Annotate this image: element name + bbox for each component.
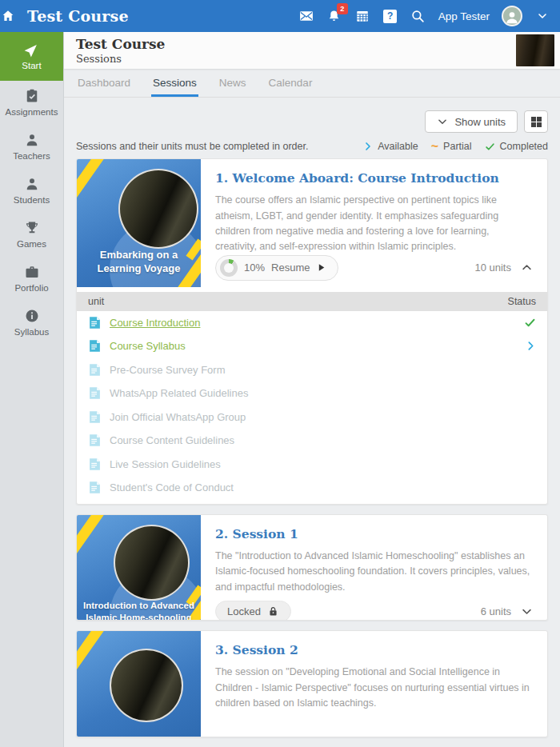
unit-link[interactable]: Course Introduction bbox=[110, 317, 200, 329]
available-chevron-icon bbox=[363, 142, 373, 151]
grid-view-button[interactable] bbox=[524, 110, 548, 133]
session-1-artwork: Embarking on a Learning Voyage bbox=[77, 159, 201, 287]
sidebar-item-teachers[interactable]: Teachers bbox=[0, 125, 63, 169]
document-icon bbox=[88, 339, 102, 353]
avatar[interactable] bbox=[502, 6, 522, 26]
photo-circle bbox=[110, 649, 183, 722]
artwork-caption: Introduction to Advanced Islamic Home-sc… bbox=[80, 600, 198, 621]
legend-completed-label: Completed bbox=[500, 141, 548, 152]
sidebar-item-label: Games bbox=[17, 239, 46, 249]
photo-circle bbox=[118, 169, 198, 249]
session-card-3: 3. Session 2 The session on "Developing … bbox=[76, 630, 548, 737]
session-title[interactable]: 1. Welcome Aboard: Course Introduction bbox=[215, 170, 533, 186]
session-description: The session on "Developing Emotional and… bbox=[215, 665, 533, 711]
document-icon bbox=[88, 386, 102, 400]
unit-row: Assessment Related Guidelines bbox=[77, 500, 547, 505]
units-collapse-toggle[interactable]: 10 units bbox=[474, 262, 533, 274]
play-icon bbox=[316, 262, 326, 273]
chevron-down-icon[interactable] bbox=[534, 8, 550, 24]
notifications-icon[interactable]: 2 bbox=[326, 8, 342, 24]
session-3-artwork bbox=[77, 631, 201, 737]
trophy-icon bbox=[24, 220, 40, 236]
help-icon[interactable]: ? bbox=[382, 8, 398, 24]
unit-row[interactable]: Course Introduction bbox=[77, 311, 547, 335]
chevron-up-icon bbox=[521, 262, 533, 274]
progress-donut-icon bbox=[220, 259, 238, 277]
person-icon bbox=[24, 132, 40, 148]
units-expand-toggle[interactable]: 6 units bbox=[481, 605, 533, 617]
mail-icon[interactable] bbox=[298, 8, 314, 24]
resume-label: Resume bbox=[271, 262, 310, 274]
units-table-header: unit Status bbox=[77, 292, 547, 311]
units-count: 6 units bbox=[481, 605, 511, 617]
status-legend: Available ~ Partial Completed bbox=[363, 141, 548, 152]
locked-button[interactable]: Locked bbox=[215, 601, 291, 621]
sidebar-item-syllabus[interactable]: Syllabus bbox=[0, 301, 63, 345]
person-icon bbox=[24, 176, 40, 192]
page-subtitle: Sessions bbox=[76, 53, 165, 65]
sidebar-item-students[interactable]: Students bbox=[0, 169, 63, 213]
column-unit: unit bbox=[88, 296, 104, 307]
sidebar-item-label: Start bbox=[22, 61, 41, 70]
search-icon[interactable] bbox=[410, 8, 426, 24]
calendar-icon[interactable] bbox=[354, 8, 370, 24]
notification-badge: 2 bbox=[337, 3, 348, 14]
unit-link[interactable]: Course Syllabus bbox=[110, 340, 186, 352]
document-icon bbox=[88, 433, 102, 447]
session-title[interactable]: 3. Session 2 bbox=[215, 642, 533, 657]
sidebar-item-label: Portfolio bbox=[14, 283, 48, 293]
units-count: 10 units bbox=[474, 262, 511, 274]
user-name[interactable]: App Tester bbox=[438, 10, 490, 22]
photo-circle bbox=[114, 525, 190, 601]
document-icon bbox=[88, 410, 102, 424]
tab-dashboard[interactable]: Dashboard bbox=[76, 69, 132, 97]
legend-available-label: Available bbox=[378, 141, 418, 152]
unit-row[interactable]: Course Syllabus bbox=[77, 334, 547, 358]
column-status: Status bbox=[508, 296, 536, 307]
unit-row: Join Official WhatsApp Group bbox=[77, 405, 547, 429]
assignment-check-icon bbox=[24, 88, 40, 104]
chevron-down-icon bbox=[521, 605, 533, 617]
home-icon[interactable] bbox=[0, 8, 16, 24]
unit-row: Pre-Course Survey Form bbox=[77, 358, 547, 382]
sidebar-item-portfolio[interactable]: Portfolio bbox=[0, 257, 63, 301]
unit-label: Student's Code of Conduct bbox=[110, 481, 234, 493]
session-description: The "Introduction to Advanced Islamic Ho… bbox=[215, 549, 533, 595]
session-title[interactable]: 2. Session 1 bbox=[215, 526, 533, 541]
locked-label: Locked bbox=[227, 605, 261, 617]
unit-row: Student's Code of Conduct bbox=[77, 476, 547, 500]
info-icon bbox=[24, 308, 40, 324]
unit-row: Live Session Guidelines bbox=[77, 453, 547, 477]
status-chevron-icon bbox=[526, 341, 536, 351]
sidebar-item-label: Students bbox=[14, 195, 50, 205]
resume-button[interactable]: 10% Resume bbox=[215, 255, 338, 281]
tab-sessions[interactable]: Sessions bbox=[151, 69, 198, 97]
document-icon bbox=[88, 481, 102, 494]
page-title: Test Course bbox=[76, 36, 165, 52]
progress-percent: 10% bbox=[244, 262, 265, 274]
sidebar-item-label: Syllabus bbox=[14, 327, 49, 337]
order-info-message: Sessions and their units must be complet… bbox=[76, 141, 308, 152]
topbar: Test Course 2 ? App Tester bbox=[0, 0, 560, 32]
show-units-label: Show units bbox=[454, 116, 506, 128]
unit-label: WhatsApp Related Guidelines bbox=[110, 387, 248, 399]
show-units-button[interactable]: Show units bbox=[425, 110, 518, 133]
unit-row: WhatsApp Related Guidelines bbox=[77, 381, 547, 405]
sidebar-item-assignments[interactable]: Assignments bbox=[0, 81, 63, 125]
sidebar-item-games[interactable]: Games bbox=[0, 213, 63, 257]
legend-partial-label: Partial bbox=[443, 141, 471, 152]
app-title: Test Course bbox=[27, 7, 129, 25]
yellow-stripe bbox=[77, 631, 104, 673]
document-icon bbox=[88, 316, 102, 330]
lock-icon bbox=[267, 605, 279, 617]
unit-label: Course Content Guidelines bbox=[110, 434, 234, 446]
briefcase-icon bbox=[24, 264, 40, 280]
unit-label: Join Official WhatsApp Group bbox=[110, 411, 246, 423]
page-header: Test Course Sessions bbox=[64, 32, 560, 69]
sidebar-item-start[interactable]: Start bbox=[0, 32, 63, 81]
view-module-icon bbox=[531, 117, 542, 127]
session-card-2: Introduction to Advanced Islamic Home-sc… bbox=[76, 514, 548, 621]
tab-news[interactable]: News bbox=[218, 69, 248, 97]
tab-calendar[interactable]: Calendar bbox=[267, 69, 314, 97]
sidebar-item-label: Teachers bbox=[13, 151, 50, 161]
